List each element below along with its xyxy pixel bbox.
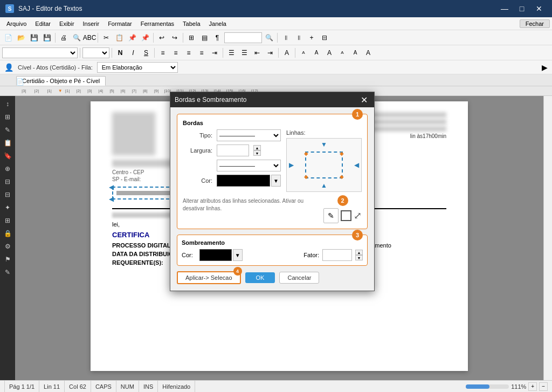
largura-up[interactable]: ▲	[253, 145, 261, 150]
cor-control: ▼	[217, 175, 281, 187]
corner-tl: ◆	[304, 150, 308, 156]
largura-spinner: ▲ ▼	[253, 145, 261, 156]
arrow-right: ◀	[354, 161, 359, 169]
arrow-bottom: ▲	[321, 182, 327, 189]
shading-label: Sombreamento	[182, 239, 363, 246]
bordas-section: 1 Bordas Tipo: ―――――― L	[177, 114, 368, 229]
cor-preview	[217, 175, 270, 187]
largura-down[interactable]: ▼	[253, 150, 261, 156]
tipo-label: Tipo:	[183, 132, 212, 139]
fator-label: Fator:	[303, 252, 319, 258]
largura-input[interactable]: 1 pt	[217, 145, 249, 156]
fator-down[interactable]: ▼	[355, 255, 363, 260]
shading-cor-control: ▼	[199, 249, 243, 261]
fator-spinner: ▲ ▼	[355, 250, 363, 260]
hint-row: Alterar atributos das linhas selecionada…	[183, 195, 362, 223]
shading-inner: Cor: ▼ Fator: 100 % ▲ ▼	[182, 249, 363, 261]
badge4: 4	[233, 267, 242, 276]
bordas-label: Bordas	[183, 120, 362, 126]
tipo-select[interactable]: ――――――	[217, 129, 281, 141]
corner-br: ◆	[340, 174, 344, 180]
lines-panel: Linhas: ▼ ▲ ▶ ◀ ◆ ◆ ◆	[286, 129, 362, 192]
icon-buttons-row: ✎ ⤢	[323, 208, 362, 223]
lines-preview: ▼ ▲ ▶ ◀ ◆ ◆ ◆ ◆	[286, 138, 362, 192]
arrow-top: ▼	[321, 141, 327, 148]
dialog-title-bar: Bordas e Sombreamento ✕	[170, 92, 374, 107]
shading-cor-dropdown[interactable]: ▼	[233, 249, 243, 261]
square-indicator	[341, 210, 351, 221]
corner-bl: ◆	[304, 174, 308, 180]
dialog-title: Bordas e Sombreamento	[175, 96, 246, 104]
bordas-controls: Tipo: ―――――― Largura: 1 pt ▲ ▼	[183, 129, 281, 192]
resize-area: ⤢	[341, 208, 362, 223]
style-select[interactable]: ――――――	[217, 160, 281, 171]
apply-button[interactable]: Aplicar-> Selecao 4	[177, 271, 241, 284]
largura-row: Largura: 1 pt ▲ ▼	[183, 145, 281, 156]
bordas-inner: Tipo: ―――――― Largura: 1 pt ▲ ▼	[183, 129, 362, 192]
hint-area: Alterar atributos das linhas selecionada…	[183, 195, 323, 215]
bordas-dialog: Bordas e Sombreamento ✕ 1 Bordas Tipo: ―…	[170, 92, 375, 291]
tipo-row: Tipo: ――――――	[183, 129, 281, 141]
cor-dropdown[interactable]: ▼	[271, 175, 281, 187]
arrow-left: ▶	[289, 161, 294, 169]
style-row: ――――――	[183, 160, 281, 171]
ok-button[interactable]: OK	[245, 272, 275, 283]
dialog-overlay: Bordas e Sombreamento ✕ 1 Bordas Tipo: ―…	[0, 0, 552, 392]
badge1: 1	[352, 109, 363, 120]
cor-row: Cor: ▼	[183, 175, 281, 187]
hint-text: Alterar atributos das linhas selecionada…	[183, 197, 323, 212]
dialog-body: 1 Bordas Tipo: ―――――― L	[170, 107, 374, 291]
resize-icon: ⤢	[354, 210, 362, 222]
fator-area: Fator: 100 % ▲ ▼	[303, 249, 363, 261]
edit-icon-btn[interactable]: ✎	[323, 208, 339, 223]
inner-border-preview: ◆ ◆ ◆ ◆	[305, 152, 343, 178]
badge2: 2	[337, 195, 348, 206]
fator-input[interactable]: 100 %	[322, 249, 352, 261]
corner-tr: ◆	[340, 150, 344, 156]
cor2-label: Cor:	[182, 252, 193, 258]
dialog-close-button[interactable]: ✕	[358, 94, 370, 106]
cancel-button[interactable]: Cancelar	[279, 272, 319, 284]
cor-label: Cor:	[183, 177, 212, 184]
fator-up[interactable]: ▲	[355, 250, 363, 255]
shading-section: 3 Sombreamento Cor: ▼ Fator: 100 % ▲ ▼	[177, 235, 368, 266]
shading-cor-preview	[199, 249, 232, 261]
largura-label: Largura:	[183, 147, 212, 154]
icon-area: 2 ✎ ⤢	[323, 195, 362, 223]
dialog-buttons: Aplicar-> Selecao 4 OK Cancelar	[177, 271, 368, 284]
lines-label: Linhas:	[286, 129, 362, 136]
badge3: 3	[352, 230, 363, 240]
